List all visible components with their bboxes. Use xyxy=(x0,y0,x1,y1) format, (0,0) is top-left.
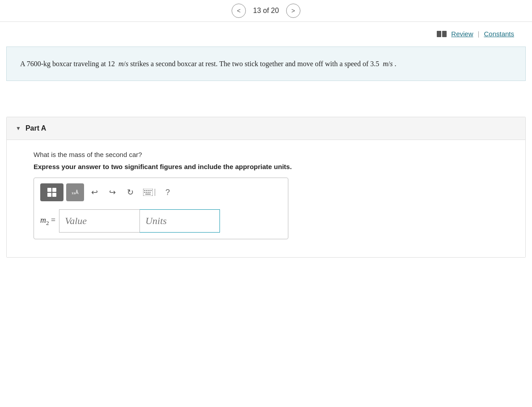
help-button[interactable]: ? xyxy=(161,186,174,199)
review-icon xyxy=(437,31,447,37)
kbd-separator xyxy=(155,189,155,196)
input-row: m2 = xyxy=(40,209,282,233)
constants-link[interactable]: Constants xyxy=(484,30,514,38)
font-label: ₁₁Å xyxy=(72,190,78,195)
part-a-section: ▼ Part A What is the mass of the second … xyxy=(6,117,526,258)
value-input[interactable] xyxy=(59,209,139,233)
top-links-bar: Review | Constants xyxy=(0,22,532,42)
question-counter: 13 of 20 xyxy=(253,7,279,15)
part-a-body: What is the mass of the second car? Expr… xyxy=(7,140,525,257)
svg-rect-3 xyxy=(148,190,149,191)
svg-rect-9 xyxy=(149,192,151,193)
svg-rect-8 xyxy=(148,192,149,193)
undo-button[interactable]: ↩ xyxy=(87,185,102,200)
svg-rect-7 xyxy=(146,192,147,193)
keyboard-icon xyxy=(143,189,153,196)
next-button[interactable]: > xyxy=(286,4,300,18)
reset-button[interactable]: ↻ xyxy=(122,185,138,200)
link-separator: | xyxy=(478,30,480,38)
keyboard-button[interactable] xyxy=(140,187,159,198)
question-text: What is the mass of the second car? xyxy=(34,151,512,158)
part-a-title: Part A xyxy=(25,124,46,132)
grid-icon xyxy=(47,188,56,197)
matrix-button[interactable] xyxy=(40,183,63,201)
problem-text: A 7600-kg boxcar traveling at 12 m/s str… xyxy=(20,60,396,68)
svg-rect-5 xyxy=(151,190,152,191)
answer-container: ₁₁Å ↩ ↪ ↻ xyxy=(34,178,288,239)
express-instruction: Express your answer to two significant f… xyxy=(34,163,512,170)
redo-button[interactable]: ↪ xyxy=(105,185,120,200)
svg-rect-1 xyxy=(144,190,145,191)
problem-statement: A 7600-kg boxcar traveling at 12 m/s str… xyxy=(6,47,526,81)
units-input[interactable] xyxy=(139,209,220,233)
svg-rect-6 xyxy=(144,192,145,193)
svg-rect-4 xyxy=(149,190,151,191)
svg-rect-10 xyxy=(145,194,151,195)
top-navigation: < 13 of 20 > xyxy=(0,0,532,22)
part-a-header[interactable]: ▼ Part A xyxy=(7,117,525,140)
font-button[interactable]: ₁₁Å xyxy=(66,183,84,201)
review-link[interactable]: Review xyxy=(451,30,473,38)
prev-button[interactable]: < xyxy=(232,4,246,18)
answer-toolbar: ₁₁Å ↩ ↪ ↻ xyxy=(40,183,282,205)
chevron-down-icon: ▼ xyxy=(16,125,21,132)
variable-label: m2 = xyxy=(40,216,55,227)
svg-rect-2 xyxy=(146,190,147,191)
